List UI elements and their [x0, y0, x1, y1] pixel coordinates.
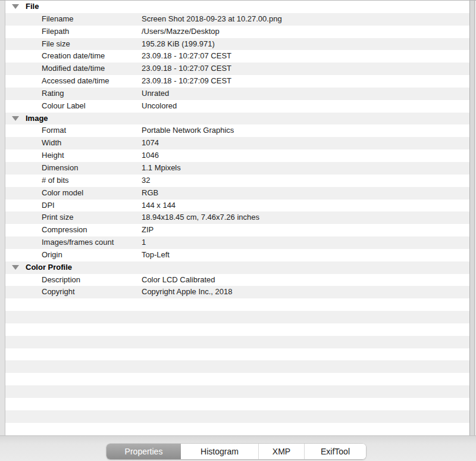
property-label: Origin — [42, 249, 62, 261]
property-value: ZIP — [142, 224, 154, 236]
section-title: Image — [26, 113, 48, 125]
property-value: /Users/Mazze/Desktop — [142, 26, 220, 38]
empty-row — [5, 348, 469, 361]
property-label: Filepath — [42, 26, 69, 38]
property-row: Dimension1.1 Mpixels — [5, 162, 469, 175]
property-label: Width — [42, 137, 61, 149]
empty-row — [5, 398, 469, 410]
bottom-tab-bar: PropertiesHistogramXMPExifTool — [0, 435, 476, 461]
property-row: Print size18.94x18.45 cm, 7.46x7.26 inch… — [5, 211, 469, 224]
property-row: OriginTop-Left — [5, 249, 469, 261]
property-row: CompressionZIP — [5, 224, 469, 236]
tab-xmp[interactable]: XMP — [258, 444, 304, 459]
property-value: 32 — [142, 175, 150, 187]
property-row: Images/frames count1 — [5, 236, 469, 249]
empty-row — [5, 385, 469, 398]
property-row: # of bits32 — [5, 175, 469, 187]
property-value: Screen Shot 2018-09-23 at 10.27.00.png — [142, 13, 282, 26]
property-value: 18.94x18.45 cm, 7.46x7.26 inches — [142, 211, 259, 224]
section-title: File — [26, 1, 39, 13]
property-row: Creation date/time23.09.18 - 10:27:07 CE… — [5, 50, 469, 63]
property-row: Color modelRGB — [5, 187, 469, 200]
property-value: 195.28 KiB (199.971) — [142, 38, 215, 51]
property-value: 144 x 144 — [142, 200, 176, 212]
property-label: Dimension — [42, 162, 78, 175]
property-label: Colour Label — [42, 100, 86, 113]
property-row: DPI144 x 144 — [5, 200, 469, 212]
property-value: 1.1 Mpixels — [142, 162, 181, 175]
property-row: CopyrightCopyright Apple Inc., 2018 — [5, 286, 469, 298]
property-label: Accessed date/time — [42, 75, 109, 88]
section-title: Color Profile — [26, 261, 72, 274]
tab-histogram[interactable]: Histogram — [181, 444, 258, 459]
property-label: DPI — [42, 200, 55, 212]
property-label: Color model — [42, 187, 83, 200]
property-label: Description — [42, 274, 80, 286]
empty-row — [5, 410, 469, 423]
left-gutter — [0, 1, 5, 435]
disclosure-triangle-icon[interactable] — [12, 4, 19, 9]
property-row: Accessed date/time23.09.18 - 10:27:09 CE… — [5, 75, 469, 88]
property-value: Uncolored — [142, 100, 177, 113]
properties-list: FileFilenameScreen Shot 2018-09-23 at 10… — [5, 1, 469, 435]
section-header-row[interactable]: Color Profile — [5, 261, 469, 274]
property-label: Images/frames count — [42, 236, 114, 249]
property-label: Print size — [42, 211, 73, 224]
empty-row — [5, 336, 469, 348]
property-row: FilenameScreen Shot 2018-09-23 at 10.27.… — [5, 13, 469, 26]
section-header-row[interactable]: Image — [5, 113, 469, 125]
property-label: Creation date/time — [42, 50, 105, 63]
property-label: Filename — [42, 13, 73, 26]
tab-exiftool[interactable]: ExifTool — [304, 444, 366, 459]
property-label: Copyright — [42, 286, 75, 298]
tab-bar: PropertiesHistogramXMPExifTool — [107, 444, 366, 459]
property-label: Compression — [42, 224, 87, 236]
empty-row — [5, 311, 469, 323]
property-label: Modified date/time — [42, 63, 105, 75]
property-row: Colour LabelUncolored — [5, 100, 469, 113]
property-row: FormatPortable Network Graphics — [5, 124, 469, 137]
disclosure-triangle-icon[interactable] — [12, 265, 19, 270]
property-label: Height — [42, 149, 64, 162]
empty-row — [5, 323, 469, 336]
empty-row — [5, 373, 469, 385]
property-value: Portable Network Graphics — [142, 124, 234, 137]
property-row: Height1046 — [5, 149, 469, 162]
property-row: File size195.28 KiB (199.971) — [5, 38, 469, 51]
property-row: DescriptionColor LCD Calibrated — [5, 274, 469, 286]
property-value: 1074 — [142, 137, 159, 149]
empty-row — [5, 298, 469, 311]
scrollbar-track[interactable] — [469, 1, 475, 435]
property-row: Filepath/Users/Mazze/Desktop — [5, 26, 469, 38]
tab-properties[interactable]: Properties — [107, 444, 181, 459]
property-label: # of bits — [42, 175, 69, 187]
property-row: Width1074 — [5, 137, 469, 149]
empty-row — [5, 423, 469, 435]
property-value: Top-Left — [142, 249, 170, 261]
property-label: Rating — [42, 88, 64, 100]
property-value: Copyright Apple Inc., 2018 — [142, 286, 233, 298]
property-value: Unrated — [142, 88, 169, 100]
property-value: 23.09.18 - 10:27:09 CEST — [142, 75, 231, 88]
property-row: RatingUnrated — [5, 88, 469, 100]
empty-row — [5, 360, 469, 373]
property-value: 23.09.18 - 10:27:07 CEST — [142, 50, 231, 63]
property-value: 1046 — [142, 149, 159, 162]
property-value: Color LCD Calibrated — [142, 274, 215, 286]
property-label: Format — [42, 124, 66, 137]
property-value: 1 — [142, 236, 146, 249]
section-header-row[interactable]: File — [5, 1, 469, 13]
disclosure-triangle-icon[interactable] — [12, 116, 19, 121]
property-label: File size — [42, 38, 70, 51]
property-value: RGB — [142, 187, 158, 200]
property-row: Modified date/time23.09.18 - 10:27:07 CE… — [5, 63, 469, 75]
property-value: 23.09.18 - 10:27:07 CEST — [142, 63, 231, 75]
